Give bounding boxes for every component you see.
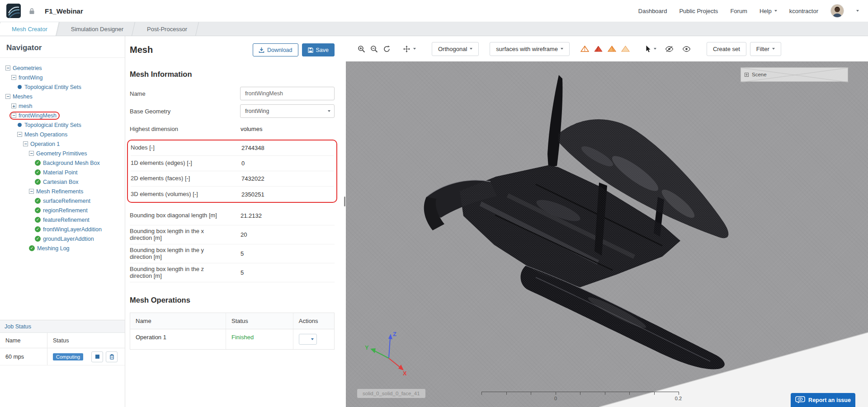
workbench-tab-bar: Mesh Creator Simulation Designer Post-Pr… xyxy=(0,22,868,36)
tree-item-content: Geometry Primitives xyxy=(27,150,90,158)
tree-expander-icon[interactable] xyxy=(35,160,41,166)
nav-help-menu[interactable]: Help xyxy=(760,8,777,14)
tree-item-frontwing[interactable]: frontWing xyxy=(0,73,125,82)
mesh-tetra-half-icon[interactable] xyxy=(608,46,616,52)
tree-item-frontwingmesh[interactable]: frontWingMesh xyxy=(0,111,125,120)
3d-viewport: Orthogonal surfaces with wireframe xyxy=(346,36,868,407)
create-set-button[interactable]: Create set xyxy=(707,42,746,56)
tree-expander-icon[interactable] xyxy=(17,132,22,137)
stop-job-button[interactable] xyxy=(91,351,103,362)
nav-forum[interactable]: Forum xyxy=(730,8,747,14)
tree-expander-icon[interactable] xyxy=(18,123,22,127)
tree-expander-icon[interactable] xyxy=(5,94,10,99)
axis-z-label: Z xyxy=(393,331,396,337)
nav-public-projects[interactable]: Public Projects xyxy=(679,8,718,14)
app-logo-icon[interactable] xyxy=(6,4,21,18)
tree-item-material-point[interactable]: Material Point xyxy=(0,168,125,177)
tree-item-operation-1[interactable]: Operation 1 xyxy=(0,139,125,149)
tree-item-topological-entity-sets[interactable]: Topological Entity Sets xyxy=(0,82,125,92)
mesh-stat-row: 3D elements (volumes) [-] 2350251 xyxy=(131,187,334,202)
viewport-canvas[interactable]: Scene solid_0_solid_0_face_41 0 0.2 Z X … xyxy=(346,61,868,407)
user-menu-chevron-icon[interactable] xyxy=(856,10,859,12)
tree-item-cartesian-box[interactable]: Cartesian Box xyxy=(0,177,125,187)
tree-expander-icon[interactable] xyxy=(5,65,10,70)
feedback-bubble-icon xyxy=(795,396,805,404)
tree-expander-icon[interactable] xyxy=(35,198,41,204)
tree-item-topological-entity-sets[interactable]: Topological Entity Sets xyxy=(0,120,125,130)
save-button[interactable]: Save xyxy=(302,43,335,56)
tree-item-background-mesh-box[interactable]: Background Mesh Box xyxy=(0,158,125,168)
base-geometry-select[interactable]: frontWing xyxy=(240,104,335,118)
select-tool-icon[interactable] xyxy=(646,45,656,52)
download-button[interactable]: Download xyxy=(253,43,298,56)
operation-row: Operation 1 Finished xyxy=(130,329,334,349)
operations-table-header: Name Status Actions xyxy=(130,313,334,329)
save-icon xyxy=(308,47,313,53)
tree-expander-icon[interactable] xyxy=(35,217,41,223)
tree-item-groundlayeraddtion[interactable]: groundLayerAddtion xyxy=(0,234,125,243)
chevron-down-icon xyxy=(328,110,330,112)
tree-item-mesh-operations[interactable]: Mesh Operations xyxy=(0,130,125,139)
tree-expander-icon[interactable] xyxy=(35,226,41,232)
tree-item-meshes[interactable]: Meshes xyxy=(0,92,125,101)
mesh-tetra-faded-icon[interactable] xyxy=(621,46,630,52)
tree-item-geometry-primitives[interactable]: Geometry Primitives xyxy=(0,149,125,158)
tree-item-regionrefinement[interactable]: regionRefinement xyxy=(0,206,125,215)
report-issue-button[interactable]: Report an issue xyxy=(791,393,855,407)
hide-selection-icon[interactable] xyxy=(665,46,674,52)
zoom-out-icon[interactable] xyxy=(370,45,378,53)
mesh-operations-table: Name Status Actions Operation 1 Finished xyxy=(130,313,335,350)
tree-item-frontwinglayeraddition[interactable]: frontWingLayerAddition xyxy=(0,225,125,234)
mesh-tetra-outline-icon[interactable] xyxy=(580,46,589,52)
tree-item-surfacerefinement[interactable]: surfaceRefinement xyxy=(0,196,125,206)
navigator-panel: Navigator Geometries frontWing xyxy=(0,36,125,407)
stop-icon xyxy=(95,355,99,359)
tree-expander-icon[interactable] xyxy=(35,169,41,175)
download-icon xyxy=(259,47,264,53)
tree-expander-icon[interactable] xyxy=(29,151,34,156)
chevron-down-icon xyxy=(772,48,775,50)
pan-tool-icon[interactable] xyxy=(403,45,416,53)
tree-expander-icon[interactable] xyxy=(23,141,28,146)
mesh-name-input[interactable] xyxy=(240,87,335,100)
f1-front-wing-mesh-model[interactable] xyxy=(346,61,868,407)
nav-dashboard[interactable]: Dashboard xyxy=(638,8,667,14)
top-navigation: Dashboard Public Projects Forum Help kco… xyxy=(638,4,859,18)
operation-actions-select[interactable] xyxy=(299,334,317,345)
nav-username[interactable]: kcontractor xyxy=(789,8,818,14)
filter-select[interactable]: Filter xyxy=(750,42,781,56)
tree-expander-icon[interactable] xyxy=(29,189,34,194)
tab-mesh-creator[interactable]: Mesh Creator xyxy=(0,22,59,36)
tree-expander-icon[interactable] xyxy=(29,245,35,251)
tree-expander-icon[interactable] xyxy=(18,85,22,89)
tree-item-meshing-log[interactable]: Meshing Log xyxy=(0,243,125,253)
expand-icon[interactable] xyxy=(745,73,749,77)
tree-expander-icon[interactable] xyxy=(11,75,16,80)
tree-expander-icon[interactable] xyxy=(11,103,16,108)
tree-expander-icon[interactable] xyxy=(11,113,16,118)
projection-select[interactable]: Orthogonal xyxy=(432,42,479,56)
render-mode-select[interactable]: surfaces with wireframe xyxy=(490,42,570,56)
avatar[interactable] xyxy=(830,4,844,18)
tree-item-content: Operation 1 xyxy=(21,140,63,148)
tab-simulation-designer[interactable]: Simulation Designer xyxy=(59,22,135,36)
tree-expander-icon[interactable] xyxy=(35,236,41,242)
refresh-view-icon[interactable] xyxy=(383,45,391,53)
mesh-tetra-solid-icon[interactable] xyxy=(594,46,603,52)
zoom-in-icon[interactable] xyxy=(358,45,365,53)
tree-expander-icon[interactable] xyxy=(35,179,41,185)
mesh-information-heading: Mesh Information xyxy=(130,70,335,79)
tree-expander-icon[interactable] xyxy=(35,207,41,213)
tree-item-featurerefinement[interactable]: featureRefinement xyxy=(0,215,125,225)
tree-item-mesh-refinements[interactable]: Mesh Refinements xyxy=(0,187,125,196)
tab-post-processor[interactable]: Post-Processor xyxy=(135,22,199,36)
tree-item-content: Meshing Log xyxy=(27,244,73,253)
show-all-icon[interactable] xyxy=(682,46,691,52)
job-status-header[interactable]: Job Status xyxy=(0,320,125,333)
operations-table-body: Operation 1 Finished xyxy=(130,329,334,349)
scene-panel[interactable]: Scene xyxy=(741,67,848,82)
top-bar: F1_Webinar Dashboard Public Projects For… xyxy=(0,0,868,22)
tree-item-mesh[interactable]: mesh xyxy=(0,101,125,111)
delete-job-button[interactable] xyxy=(106,351,118,362)
tree-item-geometries[interactable]: Geometries xyxy=(0,63,125,73)
